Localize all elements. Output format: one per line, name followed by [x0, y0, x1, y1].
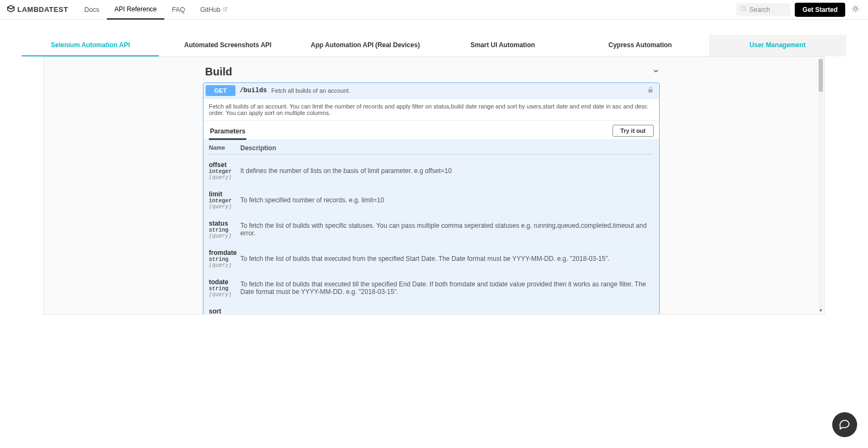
param-description: To sort the list in ascending or descend…: [239, 313, 654, 315]
external-link-icon: [222, 6, 228, 14]
parameters-table: Name Description offset integer (query) …: [203, 140, 659, 315]
operation-description: Fetch all builds of an account. You can …: [203, 98, 659, 120]
api-panel: ▲ ▼ Build GET /builds Fetch all builds o…: [43, 56, 825, 315]
table-row: sort string (query) To sort the list in …: [209, 305, 654, 315]
nav-faq[interactable]: FAQ: [164, 0, 193, 20]
param-name: offset: [209, 161, 239, 169]
nav-github-label: GitHub: [200, 6, 220, 14]
search-icon: [741, 5, 749, 14]
theme-toggle[interactable]: [850, 4, 861, 16]
scroll-arrow-down-icon[interactable]: ▼: [819, 309, 823, 313]
sun-icon: [851, 4, 860, 15]
operation-get-builds: GET /builds Fetch all builds of an accou…: [203, 82, 660, 315]
logo-icon: [7, 4, 17, 15]
endpoint-path: /builds: [240, 87, 267, 94]
section-title: Build: [205, 66, 232, 78]
param-description: To fetch the list of builds with specifi…: [239, 222, 654, 237]
param-name: status: [209, 220, 239, 227]
param-type: string: [209, 227, 239, 233]
scrollbar-thumb[interactable]: [819, 59, 823, 92]
tab-selenium-automation[interactable]: Selenium Automation API: [22, 35, 159, 56]
param-type: string: [209, 286, 239, 292]
table-row: offset integer (query) It defines the nu…: [209, 159, 654, 188]
param-in: (query): [209, 175, 239, 181]
parameters-bar: Parameters Try it out: [203, 120, 659, 140]
param-name: todate: [209, 278, 239, 286]
param-type: string: [209, 257, 239, 263]
param-in: (query): [209, 233, 239, 239]
search-placeholder: Search: [749, 6, 770, 14]
param-in: (query): [209, 292, 239, 298]
endpoint-summary: Fetch all builds of an account.: [271, 87, 350, 94]
nav-api-reference[interactable]: API Reference: [107, 0, 164, 20]
chevron-down-icon: [652, 67, 660, 77]
lock-icon[interactable]: [647, 86, 654, 95]
nav-docs[interactable]: Docs: [77, 0, 107, 20]
param-name: fromdate: [209, 249, 239, 257]
param-type: integer: [209, 169, 239, 175]
param-type: integer: [209, 198, 239, 204]
tab-app-automation[interactable]: App Automation API (Real Devices): [297, 35, 434, 56]
param-description: To fetch the list of builds that execute…: [239, 280, 654, 296]
svg-point-0: [742, 7, 745, 10]
param-description: To fetch specified number of records. e.…: [239, 196, 654, 204]
table-row: limit integer (query) To fetch specified…: [209, 188, 654, 217]
parameters-tab[interactable]: Parameters: [209, 124, 246, 140]
param-name: limit: [209, 190, 239, 198]
table-row: todate string (query) To fetch the list …: [209, 276, 654, 305]
nav-github[interactable]: GitHub: [193, 0, 235, 20]
col-header-name: Name: [209, 144, 239, 152]
param-description: It defines the number of lists on the ba…: [239, 167, 654, 175]
tab-smart-ui[interactable]: Smart UI Automation: [434, 35, 571, 56]
svg-point-1: [854, 7, 857, 10]
tab-user-management[interactable]: User Management: [709, 35, 846, 56]
param-in: (query): [209, 263, 239, 268]
operation-header[interactable]: GET /builds Fetch all builds of an accou…: [203, 83, 659, 98]
table-row: status string (query) To fetch the list …: [209, 217, 654, 247]
brand-logo[interactable]: LAMBDATEST: [7, 4, 68, 15]
top-navbar: LAMBDATEST Docs API Reference FAQ GitHub…: [0, 0, 868, 20]
nav-links: Docs API Reference FAQ GitHub: [77, 0, 236, 20]
scrollbar[interactable]: [819, 59, 823, 312]
col-header-description: Description: [239, 144, 654, 152]
get-started-button[interactable]: Get Started: [795, 3, 845, 17]
tab-automated-screenshots[interactable]: Automated Screenshots API: [159, 35, 296, 56]
http-method-badge: GET: [206, 85, 235, 96]
param-description: To fetch the list of builds that execute…: [239, 255, 654, 263]
brand-name: LAMBDATEST: [17, 5, 68, 14]
param-in: (query): [209, 204, 239, 210]
tab-cypress[interactable]: Cypress Automation: [571, 35, 709, 56]
param-name: sort: [209, 308, 239, 315]
api-tabs: Selenium Automation API Automated Screen…: [22, 35, 846, 56]
table-row: fromdate string (query) To fetch the lis…: [209, 247, 654, 276]
section-header[interactable]: Build: [203, 61, 660, 82]
try-it-out-button[interactable]: Try it out: [612, 125, 654, 137]
search-input[interactable]: Search: [736, 3, 790, 16]
